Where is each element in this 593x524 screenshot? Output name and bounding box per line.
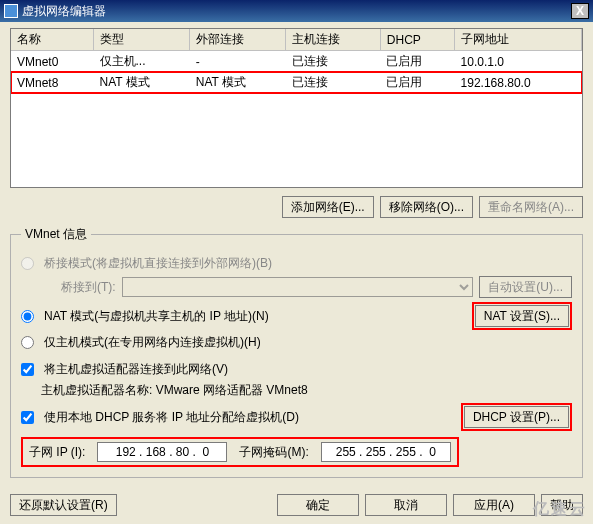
use-dhcp-check[interactable] bbox=[21, 411, 34, 424]
subnet-ip-input[interactable] bbox=[97, 442, 227, 462]
col-type[interactable]: 类型 bbox=[94, 29, 190, 51]
apply-button[interactable]: 应用(A) bbox=[453, 494, 535, 516]
auto-settings-button: 自动设置(U)... bbox=[479, 276, 572, 298]
window-title: 虚拟网络编辑器 bbox=[22, 3, 106, 20]
table-row[interactable]: VMnet0 仅主机... - 已连接 已启用 10.0.1.0 bbox=[11, 51, 582, 73]
connect-host-check[interactable] bbox=[21, 363, 34, 376]
col-ext[interactable]: 外部连接 bbox=[190, 29, 286, 51]
title-bar: 虚拟网络编辑器 X bbox=[0, 0, 593, 22]
add-network-button[interactable]: 添加网络(E)... bbox=[282, 196, 374, 218]
bridge-radio bbox=[21, 257, 34, 270]
col-subnet[interactable]: 子网地址 bbox=[455, 29, 582, 51]
app-icon bbox=[4, 4, 18, 18]
nat-settings-button[interactable]: NAT 设置(S)... bbox=[475, 305, 569, 327]
remove-network-button[interactable]: 移除网络(O)... bbox=[380, 196, 473, 218]
bridge-label: 桥接模式(将虚拟机直接连接到外部网络)(B) bbox=[44, 255, 572, 272]
bridge-to-label: 桥接到(T): bbox=[61, 279, 116, 296]
restore-defaults-button[interactable]: 还原默认设置(R) bbox=[10, 494, 117, 516]
ok-button[interactable]: 确定 bbox=[277, 494, 359, 516]
col-host[interactable]: 主机连接 bbox=[286, 29, 380, 51]
bridge-combo bbox=[122, 277, 474, 297]
subnet-ip-label: 子网 IP (I): bbox=[29, 444, 85, 461]
nat-label: NAT 模式(与虚拟机共享主机的 IP 地址)(N) bbox=[44, 308, 466, 325]
table-row-selected[interactable]: VMnet8 NAT 模式 NAT 模式 已连接 已启用 192.168.80.… bbox=[11, 72, 582, 93]
dhcp-settings-button[interactable]: DHCP 设置(P)... bbox=[464, 406, 569, 428]
nat-radio[interactable] bbox=[21, 310, 34, 323]
close-button[interactable]: X bbox=[571, 3, 589, 19]
rename-network-button: 重命名网络(A)... bbox=[479, 196, 583, 218]
cancel-button[interactable]: 取消 bbox=[365, 494, 447, 516]
subnet-mask-input[interactable] bbox=[321, 442, 451, 462]
subnet-mask-label: 子网掩码(M): bbox=[239, 444, 308, 461]
group-legend: VMnet 信息 bbox=[21, 226, 91, 243]
watermark: 亿速云 bbox=[533, 499, 587, 520]
connect-host-label: 将主机虚拟适配器连接到此网络(V) bbox=[44, 361, 572, 378]
use-dhcp-label: 使用本地 DHCP 服务将 IP 地址分配给虚拟机(D) bbox=[44, 409, 455, 426]
col-name[interactable]: 名称 bbox=[11, 29, 94, 51]
adapter-name-label: 主机虚拟适配器名称: VMware 网络适配器 VMnet8 bbox=[41, 382, 308, 399]
col-dhcp[interactable]: DHCP bbox=[380, 29, 454, 51]
vmnet-info-group: VMnet 信息 桥接模式(将虚拟机直接连接到外部网络)(B) 桥接到(T): … bbox=[10, 226, 583, 478]
network-table[interactable]: 名称 类型 外部连接 主机连接 DHCP 子网地址 VMnet0 仅主机... … bbox=[10, 28, 583, 188]
hostonly-label: 仅主机模式(在专用网络内连接虚拟机)(H) bbox=[44, 334, 572, 351]
hostonly-radio[interactable] bbox=[21, 336, 34, 349]
